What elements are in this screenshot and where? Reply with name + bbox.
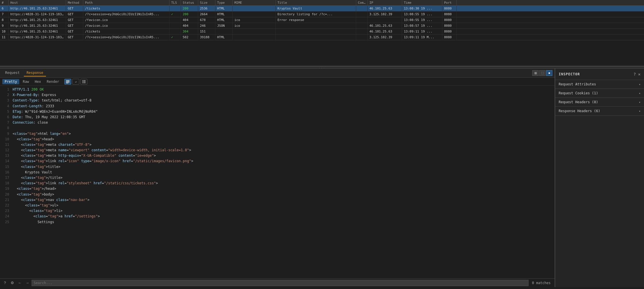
response-line: 11 <class="tag">meta charset="UTF-8"> (2, 142, 552, 148)
table-row[interactable]: 11https://4828-31-124-119-183.e...GET/?c… (0, 35, 644, 40)
table-row[interactable]: 8http://46.101.25.63:32461GET/favicon.ic… (0, 17, 644, 23)
col-type: Type (215, 0, 233, 5)
response-line: 22 <class="tag">ul> (2, 203, 552, 208)
response-line: 17 <class="tag">/title> (2, 175, 552, 181)
request-table: # Host Method Path TLS Status Size Type … (0, 0, 644, 66)
response-tab[interactable]: Response (24, 70, 46, 76)
response-line: 13 <class="tag">meta http-equiv="X-UA-Co… (2, 153, 552, 158)
response-line: 2X-Powered-By: Express (2, 92, 552, 98)
chevron-down-icon: ▾ (639, 101, 641, 104)
accordion-item: Request Cookies (1)▾ (555, 89, 644, 98)
response-line: 4Content-Length: 2333 (2, 104, 552, 109)
response-line: 16 Kryptos Vault (2, 170, 552, 175)
accordion-label: Request Attributes (559, 82, 596, 86)
svg-rect-4 (82, 80, 83, 81)
settings-btn[interactable]: ⚙ (9, 280, 16, 286)
view-toggles: ▦ ⬚ ■ (532, 70, 552, 76)
matches-count: 0 matches (530, 281, 553, 285)
col-title: Title (276, 0, 356, 5)
table-header: # Host Method Path TLS Status Size Type … (0, 0, 644, 6)
response-line: 1HTTP/1.1 200 OK (2, 87, 552, 92)
table-body: 6http://46.101.25.63:32461GET/tickets200… (0, 6, 644, 40)
bottom-bar: ? ⚙ ← → 0 matches (0, 278, 555, 287)
accordion-item: Request Attributes▾ (555, 80, 644, 89)
col-time: Time (402, 0, 442, 5)
col-path: Path (83, 0, 169, 5)
request-tab[interactable]: Request (2, 70, 23, 76)
accordion-header[interactable]: Response Headers (6)▾ (555, 107, 644, 115)
newline-icon-btn[interactable]: ↵ (72, 79, 79, 85)
response-line: 14 <class="tag">link rel="icon" type="im… (2, 158, 552, 164)
response-line: 12 <class="tag">meta name="viewport" con… (2, 148, 552, 153)
split-view-btn[interactable]: ▦ (532, 70, 539, 76)
pretty-tab[interactable]: Pretty (2, 79, 19, 84)
inspector-help-icon[interactable]: ? (633, 72, 636, 76)
response-line: 19 <class="tag">/head> (2, 186, 552, 192)
col-tls: TLS (169, 0, 181, 5)
response-line: 3Content-Type: text/html; charset=utf-8 (2, 98, 552, 103)
forward-btn[interactable]: → (24, 280, 30, 286)
response-line: 20 <class="tag">body> (2, 192, 552, 197)
accordion-header[interactable]: Request Headers (8)▾ (555, 98, 644, 106)
help-btn[interactable]: ? (2, 280, 8, 286)
list-icon-btn[interactable] (80, 79, 87, 85)
full-view-btn[interactable]: ■ (546, 70, 552, 76)
col-ip: IP (368, 0, 402, 5)
svg-rect-5 (83, 80, 86, 81)
svg-rect-2 (66, 82, 70, 83)
response-line: 5ETag: W/"91d-WQEnJ+Euan6N+INLxAcMdjNoR0… (2, 109, 552, 114)
accordion-label: Response Headers (6) (559, 109, 600, 113)
svg-rect-1 (66, 81, 70, 82)
search-input[interactable] (32, 280, 529, 286)
col-mime: MIME (233, 0, 276, 5)
horizontal-view-btn[interactable]: ⬚ (539, 70, 545, 76)
inspector-close-icon[interactable]: ✕ (638, 72, 641, 76)
hex-tab[interactable]: Hex (32, 79, 43, 84)
inspector-icons: ? ✕ (633, 72, 641, 76)
col-method: Method (66, 0, 83, 5)
table-row[interactable]: 9http://46.101.25.63:32461GET/favicon.ic… (0, 23, 644, 29)
table-row[interactable]: 10http://46.101.25.63:32461GET/tickets30… (0, 29, 644, 35)
svg-rect-6 (82, 81, 83, 82)
chevron-down-icon: ▾ (639, 92, 641, 95)
table-row[interactable]: 7https://4828-31-124-119-183.e...GET/?c=… (0, 12, 644, 17)
response-line: 21 <class="tag">nav class="nav-bar"> (2, 197, 552, 203)
col-host: Host (9, 0, 66, 5)
response-line: 10 <class="tag">head> (2, 137, 552, 142)
inspector-panel: INSPECTOR ? ✕ Request Attributes▾Request… (555, 68, 644, 287)
response-line: 8 (2, 125, 552, 131)
accordion-item: Response Headers (6)▾ (555, 107, 644, 116)
col-comment: Comment (356, 0, 368, 5)
accordion-header[interactable]: Request Attributes▾ (555, 80, 644, 89)
svg-rect-3 (66, 83, 68, 83)
svg-rect-9 (83, 83, 86, 83)
panel-divider[interactable]: ... (0, 66, 644, 68)
accordion-label: Request Headers (8) (559, 100, 598, 104)
response-line: 18 <class="tag">link rel="stylesheet" hr… (2, 181, 552, 186)
col-num: # (0, 0, 9, 5)
inspector-title: INSPECTOR (559, 72, 580, 76)
col-size: Size (198, 0, 215, 5)
chevron-down-icon: ▾ (639, 83, 641, 86)
response-line: 24 <class="tag">a href="/settings"> (2, 214, 552, 219)
response-line: 7Connection: close (2, 120, 552, 125)
back-btn[interactable]: ← (17, 280, 23, 286)
svg-rect-0 (66, 80, 70, 81)
wrap-icon-btn[interactable] (64, 79, 71, 85)
response-line: 9<class="tag">html lang="en"> (2, 131, 552, 137)
response-content: 1HTTP/1.1 200 OK2X-Powered-By: Express3C… (0, 86, 555, 278)
svg-rect-8 (82, 83, 83, 83)
col-port: Port (442, 0, 457, 5)
accordion-label: Request Cookies (1) (559, 91, 598, 95)
response-line: 15 <class="tag">title> (2, 164, 552, 170)
svg-rect-7 (83, 81, 86, 82)
response-line: 6Date: Thu, 19 May 2022 12:08:35 GMT (2, 114, 552, 120)
accordion-header[interactable]: Request Cookies (1)▾ (555, 89, 644, 97)
render-tab[interactable]: Render (45, 79, 61, 84)
table-row[interactable]: 6http://46.101.25.63:32461GET/tickets200… (0, 6, 644, 12)
accordion-container: Request Attributes▾Request Cookies (1)▾R… (555, 80, 644, 116)
chevron-down-icon: ▾ (639, 110, 641, 113)
response-line: 25 Settings (2, 219, 552, 225)
response-line: 23 <class="tag">li> (2, 208, 552, 214)
raw-tab[interactable]: Raw (20, 79, 31, 84)
